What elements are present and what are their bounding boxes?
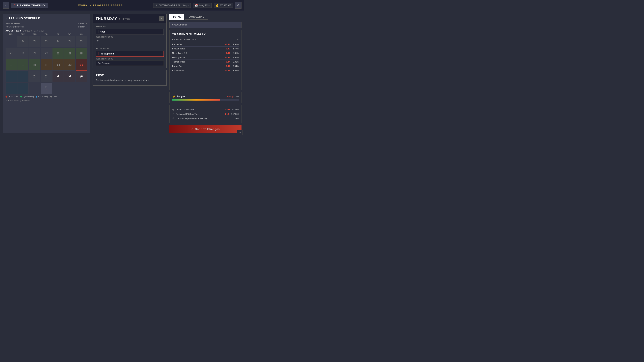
cal-cell-aug9[interactable]: Z² xyxy=(17,48,29,59)
date-chip: 📅 1 Aug, 2023 xyxy=(193,3,212,8)
cal-cell-aug21[interactable]: ◀◀ xyxy=(76,59,87,70)
calendar-legend: Pit Stop Drill Gym Training Car Building… xyxy=(6,96,87,98)
day-modal-header: THURSDAY 31/8/2023 ✕ xyxy=(93,14,166,23)
afternoon-focus-block: SELECTED FOCUS Car Release ‹ › xyxy=(96,58,164,66)
cal-cell-aug22[interactable]: ↓ xyxy=(6,71,17,82)
legend-rest: Rest xyxy=(50,96,57,98)
cal-cell-aug25[interactable]: Z² xyxy=(40,71,52,82)
right-panel: TOTAL CUMULATIVE Show Attributes TRAININ… xyxy=(170,14,242,133)
bottom-gear-button[interactable]: ⚙ xyxy=(237,130,242,135)
rest-info-panel: REST Practice mental and physical recove… xyxy=(92,70,167,86)
afternoon-nav-arrows[interactable]: ‹ › xyxy=(160,52,162,55)
money-icon: 💰 xyxy=(216,4,219,7)
cal-empty-3 xyxy=(52,83,64,94)
wip-label: WORK IN PROGRESS ASSETS xyxy=(50,4,151,7)
afternoon-section: AFTERNOON Pit Stop Drill ‹ › SELECTED FO… xyxy=(93,45,166,68)
training-schedule-panel: TRAINING SCHEDULE Selected Preset Custom… xyxy=(3,14,90,133)
afternoon-bar xyxy=(98,52,98,55)
fatigue-block: ⚡ Fatigue Weary 28% xyxy=(170,92,242,103)
fatigue-label: ⚡ Fatigue xyxy=(172,95,185,98)
cal-cell-aug30[interactable]: ↓ xyxy=(17,83,29,94)
cal-cell-aug17[interactable]: ⊞ xyxy=(29,59,40,70)
cal-cell-aug23[interactable]: ↓ xyxy=(17,71,29,82)
legend-dot-gym xyxy=(20,96,22,97)
morning-section: MORNING Rest ‹ › SELECTED FOCUS N/A xyxy=(93,23,166,45)
cal-cell-aug24[interactable]: Z² xyxy=(29,71,40,82)
reset-icon: ↺ xyxy=(6,99,7,102)
lightning-icon: ⚡ xyxy=(172,95,176,98)
cal-cell-aug19[interactable]: ◀◀ xyxy=(52,59,64,70)
cal-cell-aug2[interactable]: Z² xyxy=(17,36,29,47)
page-title: PIT CREW TRAINING xyxy=(11,3,48,8)
summary-rows: Raise Car -0.16 2.91% Loosen Tyres -0.12… xyxy=(172,42,239,72)
preset-arrow-icon: ▶ xyxy=(86,23,87,24)
cal-cell-aug5[interactable]: Z² xyxy=(52,36,64,47)
day-title-block: THURSDAY 31/8/2023 xyxy=(96,16,130,21)
topbar: ← PIT CREW TRAINING WORK IN PROGRESS ASS… xyxy=(0,0,244,11)
cal-cell-aug28[interactable]: 🏳️ xyxy=(76,71,87,82)
cal-cell-aug26[interactable]: 🏳️ xyxy=(52,71,64,82)
cal-cell-aug15[interactable]: ⊞ xyxy=(6,59,17,70)
month-header: AUGUST 2023 1/8/2023 - 31/8/2023 xyxy=(6,30,87,32)
cal-cell-aug13[interactable]: ⊞ xyxy=(64,48,76,59)
metric-values-eff: 78% xyxy=(234,117,239,120)
afternoon-session-selector[interactable]: Pit Stop Drill ‹ › xyxy=(96,51,164,57)
close-day-modal-button[interactable]: ✕ xyxy=(159,16,164,21)
tab-cumulative[interactable]: CUMULATIVE xyxy=(185,14,208,19)
legend-gym: Gym Training xyxy=(20,96,34,98)
cal-empty-5 xyxy=(76,83,87,94)
cal-cell-aug20[interactable]: ◀◀ xyxy=(64,59,76,70)
day-header-sun: SUN xyxy=(76,33,87,35)
cal-cell-aug27[interactable]: 🏳️ xyxy=(64,71,76,82)
cal-cell-aug6[interactable]: Z² xyxy=(64,36,76,47)
fatigue-fill xyxy=(172,99,220,100)
selected-preset-row: Selected Preset Custom ▶ xyxy=(6,22,87,25)
cal-empty-2 xyxy=(29,83,40,94)
tab-total[interactable]: TOTAL xyxy=(170,14,184,19)
summary-row: New Tyres On -0.16 2.57% xyxy=(172,55,239,60)
summary-row: Car Release -0.39 1.09% xyxy=(172,68,239,72)
preset-value[interactable]: Custom ▶ xyxy=(78,22,87,25)
afternoon-focus-selector[interactable]: Car Release ‹ › xyxy=(96,60,164,66)
cal-empty-4 xyxy=(64,83,76,94)
summary-panel: TRAINING SUMMARY CHANCE OF MISTAKE % Rai… xyxy=(170,30,242,90)
calendar-grid: MON TUE WED THU FRI SAT SUN Z² Z² Z² Z² … xyxy=(6,33,87,94)
focus-arrow-icon: ▶ xyxy=(86,26,87,28)
day-header-fri: FRI xyxy=(52,33,64,35)
cal-cell-aug12[interactable]: ⊞ xyxy=(52,48,64,59)
cal-cell-aug11[interactable]: Z² xyxy=(40,48,52,59)
chance-of-mistake-header: CHANCE OF MISTAKE % xyxy=(172,38,239,41)
cal-cell-aug18[interactable]: ⊞ xyxy=(40,59,52,70)
day-header-mon: MON xyxy=(6,33,17,35)
calendar-icon: 📅 xyxy=(195,4,198,7)
focus-value[interactable]: Custom ▶ xyxy=(78,26,87,28)
focus-nav-arrows[interactable]: ‹ › xyxy=(160,62,162,64)
cal-cell-aug7[interactable]: Z² xyxy=(76,36,87,47)
metric-left-chance: ◎ Chance of Mistake xyxy=(172,108,194,111)
cal-cell-aug29[interactable]: ↓ xyxy=(6,83,17,94)
cal-cell-aug3[interactable]: Z² xyxy=(29,36,40,47)
morning-nav-arrows[interactable]: ‹ › xyxy=(160,30,162,33)
cal-cell-aug14[interactable]: ⊞ xyxy=(76,48,87,59)
show-attributes-button[interactable]: Show Attributes xyxy=(170,22,242,28)
summary-row: Used Tyres Off -0.16 2.81% xyxy=(172,51,239,55)
cal-cell-aug16[interactable]: ⊞ xyxy=(17,59,29,70)
fatigue-row: ⚡ Fatigue Weary 28% xyxy=(172,95,239,98)
day-header-wed: WED xyxy=(29,33,40,35)
cal-cell-aug8[interactable]: Z² xyxy=(6,48,17,59)
cal-cell-aug31-selected[interactable]: Z² ↓ xyxy=(40,83,52,94)
topbar-settings-button[interactable]: ⚙ xyxy=(235,2,242,8)
cal-cell-aug10[interactable]: Z² xyxy=(29,48,40,59)
reset-training-button[interactable]: ↺ Reset Training Schedule xyxy=(6,99,87,102)
confirm-changes-button[interactable]: Confirm Changes xyxy=(170,125,242,133)
back-button[interactable]: ← xyxy=(3,2,9,8)
fatigue-marker xyxy=(220,98,220,101)
metric-pit-stop-time: ⏱ Estimated Pit Stop Time -0.18 0:02.339 xyxy=(172,112,239,116)
cal-cell-aug4[interactable]: Z² xyxy=(40,36,52,47)
day-header-tue: TUE xyxy=(17,33,29,35)
legend-pit-stop-drill: Pit Stop Drill xyxy=(6,96,18,98)
day-header-thu: THU xyxy=(40,33,52,35)
morning-session-selector[interactable]: Rest ‹ › xyxy=(96,29,164,35)
morning-bar xyxy=(98,30,98,33)
tab-row: TOTAL CUMULATIVE xyxy=(170,14,242,19)
